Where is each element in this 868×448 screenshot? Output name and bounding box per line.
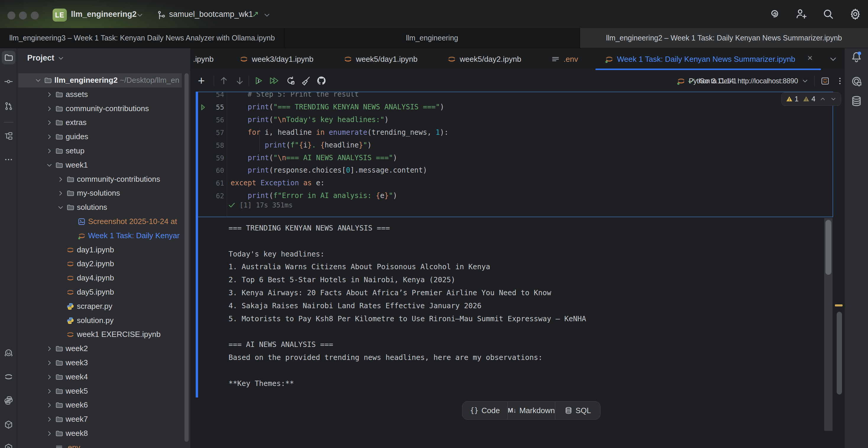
- tree-item[interactable]: week7: [17, 412, 190, 426]
- tree-item[interactable]: community-contributions: [17, 102, 190, 116]
- tree-chevron-icon[interactable]: [46, 148, 53, 155]
- tree-item[interactable]: day5.ipynb: [17, 285, 190, 299]
- tree-item[interactable]: week1 EXERCISE.ipynb: [17, 327, 190, 342]
- tree-chevron-icon[interactable]: [46, 359, 53, 366]
- next-problem-icon[interactable]: [830, 95, 837, 102]
- services-tool-button[interactable]: [2, 441, 16, 448]
- window-zoom-button[interactable]: [31, 11, 39, 20]
- editor-tab[interactable]: week5/day1.ipynb: [344, 48, 417, 70]
- tree-item[interactable]: Week 1 Task: Daily Kenyar: [17, 229, 190, 243]
- editor-tab[interactable]: .ipynb: [193, 48, 213, 70]
- move-cell-down-button[interactable]: [234, 75, 246, 87]
- prev-problem-icon[interactable]: [819, 95, 826, 102]
- tree-item[interactable]: week8: [17, 426, 190, 441]
- tree-chevron-icon[interactable]: [35, 77, 42, 84]
- python-console-tool-button[interactable]: [2, 418, 16, 431]
- close-tab-icon[interactable]: ×: [807, 53, 813, 63]
- window-tab[interactable]: llm_engineering: [284, 28, 580, 48]
- search-everywhere-icon[interactable]: [822, 8, 834, 20]
- tree-chevron-icon[interactable]: [46, 430, 53, 437]
- tree-chevron-icon[interactable]: [46, 402, 53, 409]
- window-minimize-button[interactable]: [19, 11, 27, 20]
- output-scrollbar-thumb[interactable]: [826, 220, 831, 275]
- tree-chevron-icon[interactable]: [57, 190, 64, 197]
- settings-gear-icon[interactable]: [849, 8, 862, 20]
- kebab-menu-icon[interactable]: [835, 76, 844, 86]
- tree-item[interactable]: .env: [17, 441, 190, 448]
- tree-chevron-icon[interactable]: [46, 374, 53, 381]
- tree-chevron-icon[interactable]: [57, 176, 64, 183]
- code-cell[interactable]: # Step 5: Print the result print("=== TR…: [198, 92, 833, 217]
- tree-item[interactable]: day1.ipynb: [17, 243, 190, 257]
- pull-request-tool-button[interactable]: [2, 99, 16, 113]
- window-close-button[interactable]: [7, 11, 16, 20]
- move-cell-up-button[interactable]: [218, 75, 230, 87]
- tree-item[interactable]: Screenshot 2025-10-24 at: [17, 215, 190, 229]
- ai-assistant-icon[interactable]: [768, 8, 780, 20]
- tree-item[interactable]: week2: [17, 342, 190, 356]
- tree-chevron-icon[interactable]: [46, 162, 53, 169]
- notifications-bell-icon[interactable]: [850, 51, 863, 63]
- run-all-cells-button[interactable]: [268, 75, 280, 87]
- tree-item[interactable]: llm_engineering2 ~/Desktop/llm_en: [17, 73, 190, 88]
- jupyter-tool-button[interactable]: [2, 370, 16, 384]
- python-packages-tool-button[interactable]: [2, 394, 16, 407]
- tree-chevron-icon[interactable]: [46, 388, 53, 395]
- tree-chevron-icon[interactable]: [46, 105, 53, 112]
- tree-chevron-icon[interactable]: [46, 416, 53, 423]
- commit-tool-button[interactable]: [2, 75, 16, 88]
- editor-tab[interactable]: week3/day1.ipynb: [240, 48, 313, 70]
- stripe-warning-mark[interactable]: [835, 305, 843, 307]
- tree-item[interactable]: week3: [17, 356, 190, 370]
- ai-chat-icon[interactable]: [850, 75, 863, 88]
- markdown-cell-type-button[interactable]: M↓Markdown: [507, 402, 555, 419]
- database-icon[interactable]: [850, 95, 863, 107]
- clear-outputs-button[interactable]: [300, 75, 312, 87]
- tree-item[interactable]: guides: [17, 130, 190, 144]
- editor-tab[interactable]: week5/day2.ipynb: [447, 48, 521, 70]
- tree-item[interactable]: solution.py: [17, 314, 190, 328]
- more-tools-button[interactable]: [2, 153, 16, 166]
- run-line-icon[interactable]: [199, 103, 208, 112]
- tree-item[interactable]: setup: [17, 144, 190, 158]
- project-tool-button[interactable]: [2, 51, 16, 64]
- editor-tab[interactable]: Week 1 Task: Daily Kenyan News Summarize…: [604, 48, 795, 70]
- project-scrollbar[interactable]: [184, 73, 189, 442]
- branch-widget[interactable]: samuel_bootcamp_wk1: [169, 10, 253, 19]
- hidden-tabs-chevron-icon[interactable]: [829, 55, 838, 64]
- inspections-widget[interactable]: 1 4: [781, 92, 841, 106]
- chevron-down-icon[interactable]: [263, 11, 271, 19]
- tree-item[interactable]: week4: [17, 370, 190, 384]
- window-tab[interactable]: llm_engineering3 – Week 1 Task: Kenyan D…: [0, 28, 284, 48]
- tree-chevron-icon[interactable]: [57, 204, 64, 211]
- tree-item[interactable]: assets: [17, 88, 190, 102]
- code-with-me-icon[interactable]: [795, 8, 807, 20]
- project-widget[interactable]: llm_engineering2: [71, 10, 136, 19]
- tree-chevron-icon[interactable]: [46, 91, 53, 98]
- restart-kernel-button[interactable]: [285, 75, 297, 87]
- tree-item[interactable]: extras: [17, 116, 190, 130]
- structure-tool-button[interactable]: [2, 129, 16, 143]
- tree-item[interactable]: scraper.py: [17, 299, 190, 314]
- tree-item[interactable]: day2.ipynb: [17, 257, 190, 271]
- chevron-down-icon[interactable]: [802, 77, 809, 85]
- tree-item[interactable]: community-contributions: [17, 172, 190, 187]
- tree-item[interactable]: week6: [17, 398, 190, 412]
- tree-chevron-icon[interactable]: [46, 133, 53, 140]
- tree-item[interactable]: week5: [17, 384, 190, 398]
- tree-item[interactable]: my-solutions: [17, 186, 190, 200]
- tree-item[interactable]: solutions: [17, 200, 190, 215]
- editor-scrollbar-thumb[interactable]: [837, 312, 842, 394]
- chevron-down-icon[interactable]: [136, 11, 144, 19]
- sql-cell-type-button[interactable]: SQL: [555, 402, 600, 419]
- tree-chevron-icon[interactable]: [46, 345, 53, 352]
- huggingface-tool-button[interactable]: [2, 346, 16, 360]
- tree-item[interactable]: week1: [17, 158, 190, 172]
- tree-chevron-icon[interactable]: [46, 119, 53, 126]
- tree-item[interactable]: day4.ipynb: [17, 271, 190, 285]
- window-tab[interactable]: llm_engineering2 – Week 1 Task: Daily Ke…: [580, 28, 868, 48]
- kernel-selector[interactable]: Python 3.11.14: http://localhost:8890: [689, 77, 798, 85]
- code-cell-type-button[interactable]: {}Code: [462, 402, 507, 419]
- run-cell-button[interactable]: [253, 75, 265, 87]
- github-button[interactable]: [315, 75, 327, 87]
